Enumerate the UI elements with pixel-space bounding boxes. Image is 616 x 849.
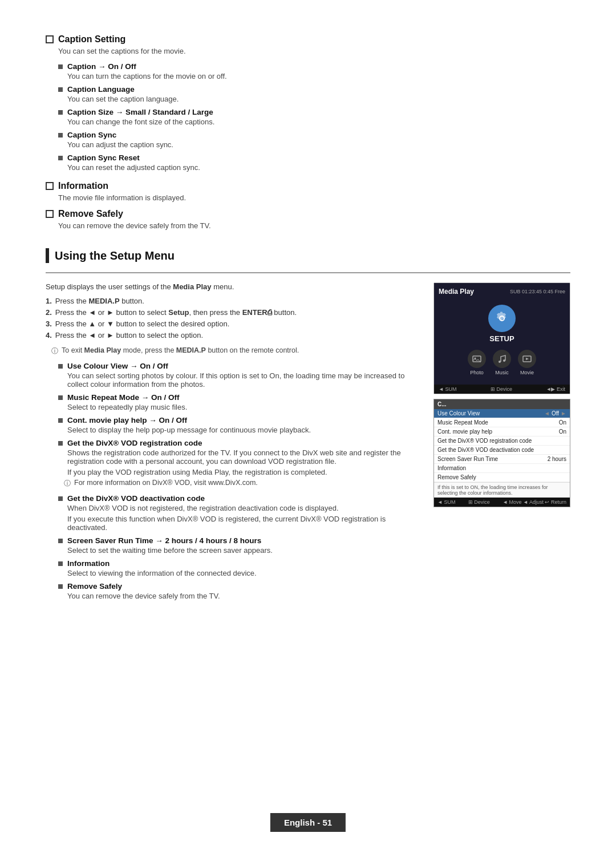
checkbox-icon — [46, 35, 54, 43]
remove-safely-heading: Remove Safely — [46, 209, 570, 219]
music-repeat-mode: Music Repeat Mode → On / Off Select to r… — [58, 393, 420, 411]
caption-language-desc: You can set the caption language. — [67, 95, 570, 103]
caption-setting-heading: Caption Setting — [46, 34, 570, 45]
step-1: 1. Press the MEDIA.P button. — [46, 297, 420, 305]
settings-footer: ◄ SUM ⊞ Device ◄ Move ◄ Adjust ↩ Return — [434, 498, 570, 507]
setup-remove-safely: Remove Safely You can remove the device … — [58, 582, 420, 600]
bullet-icon — [58, 441, 63, 446]
setup-remove-desc: You can remove the device safely from th… — [67, 592, 420, 600]
screen-saver-desc: Select to set the waiting time before th… — [67, 546, 420, 555]
setup-text-area: Setup displays the user settings of the … — [46, 282, 420, 605]
checkbox-icon — [46, 210, 54, 218]
caption-on-off-title: Caption → On / Off — [67, 62, 136, 71]
use-colour-view-title: Use Colour View → On / Off — [67, 362, 168, 370]
section-bar — [46, 248, 49, 263]
music-repeat-desc: Select to repeatedly play music files. — [67, 403, 420, 411]
settings-row-screensaver: Screen Saver Run Time 2 hours — [434, 455, 570, 464]
ss-bottom-device: ⊞ Device — [491, 386, 512, 392]
ss-bottom-bar: ◄ SUM ⊞ Device ◄▶ Exit — [434, 385, 570, 394]
movie-label: Movie — [520, 370, 534, 375]
divx-vod-deact-desc: When DivX® VOD is not registered, the re… — [67, 504, 420, 512]
bullet-icon — [58, 64, 63, 69]
setup-icon-area: SETUP — [439, 300, 565, 345]
photo-label: Photo — [470, 370, 484, 375]
bullet-icon — [58, 133, 63, 138]
ss-info: SUB 01:23:45 0:45 Free — [510, 289, 565, 294]
information-desc: The movie file information is displayed. — [58, 193, 570, 202]
caption-language: Caption Language You can set the caption… — [58, 85, 570, 103]
bullet-icon — [58, 561, 63, 566]
svg-marker-5 — [526, 358, 529, 360]
step-2: 2. Press the ◄ or ► button to select Set… — [46, 308, 420, 317]
caption-size-title: Caption Size → Small / Standard / Large — [67, 108, 213, 116]
bullet-icon — [58, 87, 63, 92]
setup-gear-icon — [488, 305, 516, 332]
section-divider — [46, 272, 570, 273]
setup-info-desc: Select to viewing the information of the… — [67, 569, 420, 577]
information-title: Information — [58, 181, 108, 191]
use-colour-view-desc: You can select sorting photos by colour.… — [67, 371, 420, 389]
using-setup-title: Using the Setup Menu — [55, 249, 175, 262]
caption-setting-desc: You can set the captions for the movie. — [58, 47, 570, 55]
caption-sync-reset: Caption Sync Reset You can reset the adj… — [58, 153, 570, 172]
caption-sync-reset-title: Caption Sync Reset — [67, 153, 140, 162]
caption-size: Caption Size → Small / Standard / Large … — [58, 108, 570, 126]
divx-vod-deact-title: Get the DivX® VOD deactivation code — [67, 494, 205, 503]
remove-safely-title: Remove Safely — [58, 209, 123, 219]
caption-setting-title: Caption Setting — [58, 34, 125, 45]
settings-row-colour: Use Colour View ◄ Off ► — [434, 409, 570, 418]
settings-header: C... — [434, 399, 570, 409]
setup-big-icon: SETUP — [488, 305, 516, 343]
step-4: 4. Press the ◄ or ► button to select the… — [46, 331, 420, 339]
mediaplay-screenshot: Media Play SUB 01:23:45 0:45 Free — [433, 282, 570, 394]
screen-saver-title: Screen Saver Run Time → 2 hours / 4 hour… — [67, 536, 261, 545]
settings-row-info: Information — [434, 464, 570, 473]
divx-vod-reg-title: Get the DivX® VOD registration code — [67, 439, 202, 447]
caption-sync-reset-desc: You can reset the adjusted caption sync. — [67, 163, 570, 172]
ss-title-bar: Media Play SUB 01:23:45 0:45 Free — [439, 288, 565, 296]
setup-info-title: Information — [67, 559, 110, 568]
remove-safely-desc: You can remove the device safely from th… — [58, 221, 570, 230]
screenshots-column: Media Play SUB 01:23:45 0:45 Free — [433, 282, 570, 605]
settings-row-divx-deact: Get the DivX® VOD deactivation code — [434, 446, 570, 455]
ss-icons-row: Photo Music — [439, 345, 565, 380]
divx-vod-reg-desc: Shows the registration code authorized f… — [67, 448, 420, 466]
caption-sync-title: Caption Sync — [67, 131, 116, 139]
cont-movie-play-title: Cont. movie play help → On / Off — [67, 416, 187, 424]
setup-information: Information Select to viewing the inform… — [58, 559, 420, 577]
setup-note: ⓘ To exit Media Play mode, press the MED… — [51, 346, 420, 356]
music-label: Music — [495, 370, 509, 375]
music-repeat-title: Music Repeat Mode → On / Off — [67, 393, 180, 402]
page-footer: English - 51 — [270, 813, 346, 832]
bullet-icon — [58, 539, 63, 543]
settings-row-music: Music Repeat Mode On — [434, 418, 570, 427]
settings-note: If this is set to ON, the loading time i… — [434, 482, 570, 498]
step-3: 3. Press the ▲ or ▼ button to select the… — [46, 320, 420, 328]
information-heading: Information — [46, 181, 570, 191]
bullet-icon — [58, 496, 63, 501]
music-circle — [493, 350, 511, 368]
setup-steps: 1. Press the MEDIA.P button. 2. Press th… — [46, 297, 420, 339]
setup-remove-title: Remove Safely — [67, 582, 122, 591]
bullet-icon — [58, 418, 63, 423]
cont-movie-play: Cont. movie play help → On / Off Select … — [58, 416, 420, 434]
use-colour-view: Use Colour View → On / Off You can selec… — [58, 362, 420, 389]
ss-music-icon: Music — [493, 350, 511, 375]
bullet-icon — [58, 364, 63, 369]
divx-vod-reg-extra: If you play the VOD registration using M… — [67, 468, 420, 476]
caption-on-off: Caption → On / Off You can turn the capt… — [58, 62, 570, 80]
setup-intro: Setup displays the user settings of the … — [46, 282, 420, 291]
bullet-icon — [58, 156, 63, 160]
using-setup-section: Using the Setup Menu Setup displays the … — [46, 248, 570, 605]
caption-on-off-desc: You can turn the captions for the movie … — [67, 72, 570, 80]
ss-bottom-sum: ◄ SUM — [439, 386, 456, 392]
caption-size-desc: You can change the font size of the capt… — [67, 118, 570, 126]
bullet-icon — [58, 584, 63, 589]
caption-sync: Caption Sync You can adjust the caption … — [58, 131, 570, 149]
ss-movie-icon: Movie — [518, 350, 536, 375]
bullet-icon — [58, 110, 63, 115]
page-number: English - 51 — [284, 818, 332, 827]
ss-top: Media Play SUB 01:23:45 0:45 Free — [434, 283, 570, 385]
settings-row-cont: Cont. movie play help On — [434, 427, 570, 436]
bullet-icon — [58, 395, 63, 400]
